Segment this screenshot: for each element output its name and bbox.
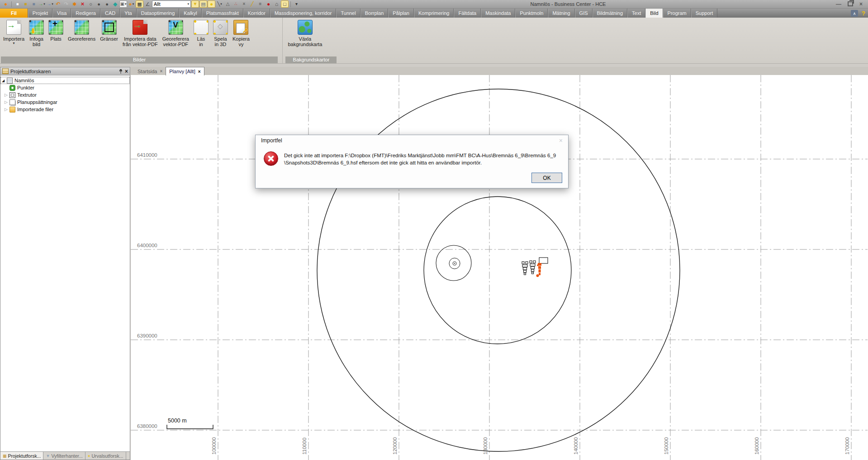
- georeferera-vektor-pdf-button[interactable]: Georeferera vektor-PDF ▾: [160, 18, 191, 47]
- minimize-icon[interactable]: —: [836, 1, 841, 7]
- granser-button[interactable]: Gränser ▾: [98, 18, 120, 42]
- kopiera-vy-button[interactable]: Kopiera vy ▾: [230, 18, 252, 47]
- pin-icon[interactable]: [119, 69, 123, 74]
- list-view-button[interactable]: ≡ ▾: [256, 0, 264, 8]
- ribbon-tab[interactable]: Komprimering: [414, 9, 454, 18]
- polygon-button[interactable]: ⌂ ▾: [273, 0, 280, 8]
- pan-button[interactable]: ● ▾: [95, 0, 103, 8]
- snap-button[interactable]: ∠ ▾: [144, 0, 152, 8]
- qat-separator[interactable]: ▾: [290, 1, 291, 7]
- ribbon-tab[interactable]: Projekt: [28, 9, 52, 18]
- point-button[interactable]: ● ▾: [265, 0, 272, 8]
- qat-customize-button[interactable]: ▾ ▾: [293, 0, 300, 8]
- las-in-button[interactable]: Läs in ▾: [191, 18, 211, 47]
- options-gear-button[interactable]: ✱ ▾: [71, 0, 78, 8]
- view-filter-button[interactable]: ▼ ▾: [191, 0, 199, 8]
- ribbon-tab[interactable]: Redigera: [71, 9, 100, 18]
- tree-item-planuppsattningar[interactable]: ▷ Planuppsättningar: [0, 99, 130, 106]
- cogo-button[interactable]: △ ▾: [224, 0, 232, 8]
- ribbon-tab[interactable]: Bildmätning: [593, 9, 627, 18]
- import-button[interactable]: → ▾: [38, 0, 46, 8]
- split-button[interactable]: × ▾: [240, 0, 248, 8]
- svg-text:6410000: 6410000: [137, 152, 157, 158]
- display-filter-select[interactable]: Allt ▾: [152, 0, 191, 8]
- create-points-button[interactable]: ∴ ▾: [232, 0, 240, 8]
- panel-close-icon[interactable]: ×: [125, 69, 128, 74]
- explorer-icon: [2, 68, 9, 74]
- viewport-button[interactable]: ▣ ▾: [119, 0, 127, 8]
- ribbon-tab[interactable]: Maskindata: [481, 9, 515, 18]
- ribbon-collapse-icon[interactable]: ∧: [851, 10, 858, 17]
- tree-item-punkter[interactable]: Punkter: [0, 84, 130, 91]
- infoga-bild-button[interactable]: Infoga bild ▾: [27, 18, 46, 47]
- ribbon-tab[interactable]: Punktmoln: [515, 9, 548, 18]
- ribbon-tab[interactable]: Kalkyl: [179, 9, 201, 18]
- tree-expander-icon[interactable]: ◢: [2, 79, 7, 83]
- ribbon-tab[interactable]: Yta: [120, 9, 137, 18]
- ribbon-tab[interactable]: Borrplan: [360, 9, 389, 18]
- tree-item-namnlos[interactable]: ◢ Namnlös: [0, 77, 130, 84]
- tab-close-icon[interactable]: ×: [198, 69, 201, 74]
- ribbon-tab[interactable]: Massdisponering, korridor: [270, 9, 337, 18]
- ribbon-tab[interactable]: Bild: [645, 9, 663, 18]
- render-mode-button[interactable]: ● ▾: [128, 0, 135, 8]
- panel-tab-vyfilterhanteraren[interactable]: ▼ Vyfilterhanter...: [43, 452, 85, 460]
- spela-in-3d-button[interactable]: Spela in 3D ▾: [211, 18, 230, 47]
- new-project-button[interactable]: ■ ▾: [14, 0, 21, 8]
- draw-line-button[interactable]: ╲ ▾: [216, 0, 223, 8]
- help-icon[interactable]: ?: [862, 10, 865, 17]
- dialog-close-icon[interactable]: ×: [559, 137, 563, 144]
- panel-tab-urvalsutforskaren[interactable]: ● Urvalsutforsk...: [85, 452, 126, 460]
- plats-button[interactable]: Plats ▾: [46, 18, 66, 42]
- vaxla-bakgrundskarta-button[interactable]: Växla bakgrundskarta ▾: [285, 18, 324, 47]
- ok-button[interactable]: OK: [531, 173, 562, 183]
- restore-icon[interactable]: [848, 1, 853, 7]
- zoom-button[interactable]: ○ ▾: [87, 0, 95, 8]
- document-tab-startsida[interactable]: Startsida ×: [134, 67, 166, 75]
- open-project-button[interactable]: ■ ▾: [22, 0, 29, 8]
- dropdown-caret-icon: ▾: [125, 2, 127, 6]
- tree-expander-icon[interactable]: ▷: [5, 107, 9, 112]
- selection-mode-button[interactable]: ▤ ▾: [199, 0, 207, 8]
- importera-button[interactable]: Importera ▾: [1, 18, 27, 45]
- importera-vektor-pdf-button[interactable]: Importera data från vektor-PDF ▾: [120, 18, 160, 47]
- georeferens-button[interactable]: Georeferens ▾: [66, 18, 98, 42]
- ribbon-tab[interactable]: Fältdata: [454, 9, 481, 18]
- rectangle-toggle-button[interactable]: □ ▾: [281, 0, 289, 8]
- ribbon-tab[interactable]: Mätning: [548, 9, 574, 18]
- tree-item-icon: [9, 99, 15, 105]
- select-button[interactable]: ● ▾: [103, 0, 111, 8]
- export-button[interactable]: → ▾: [46, 0, 54, 8]
- ribbon-tab[interactable]: GIS: [575, 9, 593, 18]
- ribbon-tab[interactable]: Support: [691, 9, 718, 18]
- ribbon-tab[interactable]: Fil: [0, 9, 28, 18]
- redo-button[interactable]: ↷ ▾: [62, 0, 70, 8]
- shading-toggle-button[interactable]: ● ▾: [208, 0, 215, 8]
- brush-button[interactable]: ╱ ▾: [248, 0, 256, 8]
- tree-item-textrutor[interactable]: ▷ Textrutor: [0, 91, 130, 99]
- ribbon-tab[interactable]: Pålplan: [388, 9, 414, 18]
- tree-expander-icon[interactable]: ▷: [5, 100, 9, 104]
- ribbon-tab[interactable]: Korridor: [243, 9, 270, 18]
- plan-view-canvas[interactable]: 6410000640000063900006380000100000110000…: [131, 75, 868, 460]
- grid-toggle-button[interactable]: ▦ ▾: [136, 0, 143, 8]
- undo-button[interactable]: ↶ ▾: [54, 0, 62, 8]
- ribbon-tab[interactable]: Visa: [52, 9, 71, 18]
- view-3d-button[interactable]: ◆ ▾: [111, 0, 119, 8]
- ribbon-tab[interactable]: CAD: [100, 9, 120, 18]
- ribbon-tab[interactable]: Tunnel: [336, 9, 360, 18]
- ribbon-tab[interactable]: Dataoptimering: [137, 9, 180, 18]
- delete-button[interactable]: × ▾: [79, 0, 86, 8]
- ribbon-tab[interactable]: Platsmassfrakt: [202, 9, 243, 18]
- save-button[interactable]: ■ ▾: [30, 0, 38, 8]
- close-icon[interactable]: ×: [859, 1, 863, 7]
- tree-expander-icon[interactable]: ▷: [5, 93, 9, 97]
- document-tab-planvy[interactable]: Planvy [Allt] ×: [166, 67, 204, 75]
- panel-tab-projektutforskaren[interactable]: ▦ Projektutforsk...: [0, 452, 43, 460]
- app-icon[interactable]: ● ▾: [2, 0, 9, 8]
- ribbon-tab[interactable]: Program: [663, 9, 691, 18]
- tab-close-icon[interactable]: ×: [160, 69, 162, 74]
- tree-item-importerade-filer[interactable]: ▷ Importerade filer: [0, 106, 130, 113]
- qat-separator[interactable]: ▾: [11, 1, 12, 7]
- ribbon-tab[interactable]: Text: [627, 9, 645, 18]
